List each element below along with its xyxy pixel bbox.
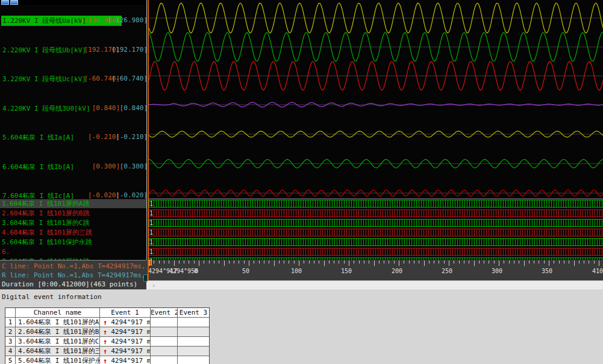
- event-info-section: Digital event information Channel nameEv…: [0, 289, 603, 364]
- table-header-cell: Channel name: [16, 308, 100, 318]
- digital-channel-row[interactable]: 2.604柘泉 I 线101屏的B跳: [0, 209, 146, 218]
- rising-edge-arrow-icon: ↑: [103, 357, 107, 364]
- ruler-tick: [359, 261, 360, 264]
- digital-trace-bar: 1: [149, 238, 603, 246]
- ruler-tick: [554, 261, 554, 264]
- ruler-tick: [549, 261, 549, 266]
- channel-rel-value: [-126.980]: [108, 16, 146, 24]
- ruler-tick: [454, 261, 454, 264]
- event-time: 4294"917 ms: [111, 356, 151, 364]
- ruler-tick: [384, 261, 384, 264]
- ruler-tick: [404, 261, 404, 264]
- ruler-time-label: 350: [542, 268, 552, 274]
- analog-channel-row[interactable]: 6.604柘泉 I 线Ib[A][0.300][0.300]: [0, 162, 146, 171]
- duration-status: Duration [0:00.412000](463 points): [2, 280, 137, 288]
- ruler-tick: [214, 261, 214, 264]
- splitter-handle[interactable]: [143, 274, 148, 282]
- ruler-tick: [174, 261, 175, 266]
- table-header-cell: Event 3: [178, 308, 209, 318]
- toolbar-button-icon[interactable]: [10, 0, 18, 5]
- ruler-tick: [349, 261, 349, 266]
- ruler-tick: [504, 261, 504, 264]
- ruler-time-label: 50: [242, 268, 249, 274]
- ruler-tick: [259, 261, 260, 264]
- digital-state-value: 1: [149, 220, 153, 227]
- time-cursor-line[interactable]: [148, 0, 149, 280]
- event3-cell: [178, 356, 209, 364]
- ruler-tick: [314, 261, 314, 264]
- digital-trace-bar: 1: [149, 219, 603, 227]
- ruler-tick: [329, 261, 330, 264]
- ruler-tick: [589, 261, 589, 264]
- channel-rel-value: [0.840]: [120, 104, 146, 112]
- ruler-tick: [479, 261, 480, 264]
- ruler-tick: [334, 261, 334, 264]
- event2-cell: [151, 337, 178, 347]
- ruler-tick: [274, 261, 275, 266]
- ruler-tick: [559, 261, 560, 264]
- ruler-tick: [514, 261, 514, 264]
- row-number-cell: 2: [5, 327, 16, 337]
- ruler-tick: [594, 261, 595, 264]
- table-header-row: Channel nameEvent 1Event 2Event 3: [5, 308, 209, 318]
- event2-cell: [151, 347, 178, 356]
- digital-channel-label: 1.604柘泉 I 线101屏的A跳: [2, 200, 89, 208]
- ruler-tick: [309, 261, 310, 264]
- section-title: Digital event information: [2, 293, 102, 301]
- event1-cell: ↑4294"917 ms: [100, 327, 151, 337]
- analog-channel-row[interactable]: 2.220KV I 段母线Ub[kV][192.170][192.170]: [0, 45, 146, 54]
- time-ruler[interactable]: 4294"9174294"950050100150200250300350410: [146, 260, 603, 280]
- ruler-tick: [204, 261, 204, 264]
- ruler-tick: [429, 261, 430, 264]
- ruler-tick: [539, 261, 539, 264]
- ruler-tick: [279, 261, 280, 264]
- event-table-row: 33.604柘泉 I 线101屏的C跳↑4294"917 ms: [5, 337, 209, 347]
- digital-channel-list: 1.604柘泉 I 线101屏的A跳2.604柘泉 I 线101屏的B跳3.60…: [0, 199, 146, 260]
- channel-rel-value: [-0.210]: [116, 133, 146, 141]
- digital-trace-bar: 1: [149, 248, 603, 256]
- event1-cell: ↑4294"917 ms: [100, 337, 151, 347]
- table-header-cell: [5, 308, 16, 318]
- ruler-tick: [184, 261, 184, 264]
- ruler-tick: [304, 261, 304, 264]
- analog-channel-row[interactable]: 5.604柘泉 I 线Ia[A][-0.210][-0.210]: [0, 132, 146, 141]
- channel-list-panel: 1.220KV I 段母线Ua[kV][-126.980][-126.980]2…: [0, 5, 146, 260]
- ruler-tick: [369, 261, 369, 264]
- digital-trace-area[interactable]: 1111111: [148, 199, 603, 260]
- analog-channel-row[interactable]: 3.220KV I 段母线Uc[kV][-60.740][-60.740]: [0, 74, 146, 83]
- ruler-tick: [524, 261, 525, 266]
- horizontal-scrollbar[interactable]: ‹: [146, 280, 603, 289]
- channel-label: 4.220KV I 段母线3U0[kV]: [1, 103, 92, 114]
- digital-state-value: 1: [149, 229, 153, 236]
- ruler-tick: [199, 261, 199, 266]
- digital-channel-row[interactable]: 4.604柘泉 I 线101屏的三跳: [0, 228, 146, 237]
- toolbar-button-icon[interactable]: [1, 0, 9, 5]
- ruler-tick: [269, 261, 269, 264]
- panel-divider[interactable]: [146, 0, 147, 289]
- ruler-tick: [354, 261, 354, 264]
- table-header-cell: Event 2: [151, 308, 178, 318]
- scroll-left-chevron-icon[interactable]: ‹: [152, 282, 156, 289]
- event-table-row: 22.604柘泉 I 线101屏的B跳↑4294"917 ms: [5, 327, 209, 337]
- analog-channel-row[interactable]: 4.220KV I 段母线3U0[kV][0.840][0.840]: [0, 103, 146, 113]
- digital-channel-row[interactable]: 6.: [0, 247, 146, 256]
- channel-name-cell: 2.604柘泉 I 线101屏的B跳: [16, 327, 100, 337]
- digital-channel-row[interactable]: 1.604柘泉 I 线101屏的A跳: [0, 199, 146, 208]
- ruler-tick: [599, 261, 599, 266]
- r-line-status: R line: Point No.=1,Abs T=4294917ms, Rel…: [2, 271, 146, 279]
- ruler-tick: [584, 261, 584, 264]
- digital-state-value: 1: [149, 210, 153, 217]
- ruler-tick: [379, 261, 380, 264]
- ruler-tick: [459, 261, 460, 264]
- digital-channel-row[interactable]: 3.604柘泉 I 线101屏的C跳: [0, 218, 146, 227]
- channel-abs-value: [0.840]: [92, 104, 120, 112]
- ruler-tick: [444, 261, 445, 264]
- analog-channel-row[interactable]: 1.220KV I 段母线Ua[kV][-126.980][-126.980]: [0, 16, 146, 25]
- ruler-tick: [499, 261, 499, 266]
- rising-edge-arrow-icon: ↑: [103, 338, 107, 346]
- digital-channel-row[interactable]: 5.604柘泉 I 线101保护永跳: [0, 238, 146, 247]
- channel-name-cell: 3.604柘泉 I 线101屏的C跳: [16, 337, 100, 347]
- channel-label: 2.220KV I 段母线Ub[kV]: [1, 45, 87, 55]
- ruler-tick: [189, 261, 189, 264]
- channel-abs-value: [0.300]: [92, 162, 120, 170]
